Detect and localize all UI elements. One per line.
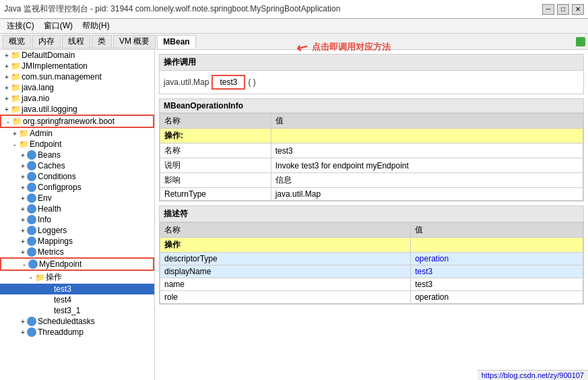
expand-icon[interactable]: +: [19, 162, 27, 170]
tree-node-java-util-logging[interactable]: + 📁 java.util.logging: [0, 104, 154, 115]
node-label: JMImplementation: [22, 61, 88, 71]
content-panel: 操作调用 java.util.Map test3 ( ) MBeanOperat…: [155, 50, 588, 380]
tab-threads[interactable]: 线程: [62, 35, 90, 49]
folder-icon: 📁: [11, 83, 20, 92]
bean-icon: [27, 226, 36, 235]
tree-node-test3-1[interactable]: test3_1: [0, 305, 154, 316]
expand-icon: [35, 296, 43, 304]
expand-icon[interactable]: -: [27, 274, 35, 282]
tree-node-conditions[interactable]: + Conditions: [0, 171, 154, 182]
tree-node-test3[interactable]: test3: [0, 284, 154, 294]
expand-icon[interactable]: +: [19, 205, 27, 213]
status-dot: [576, 37, 585, 46]
desc-row-name: name test3: [160, 278, 583, 291]
maximize-button[interactable]: □: [557, 4, 569, 15]
close-button[interactable]: ✕: [572, 4, 584, 15]
expand-icon[interactable]: -: [11, 140, 19, 148]
tab-memory[interactable]: 内存: [32, 35, 61, 49]
tree-node-mappings[interactable]: + Mappings: [0, 236, 154, 247]
window-controls: ─ □ ✕: [542, 4, 584, 15]
folder-icon: 📁: [19, 129, 28, 138]
row-name: descriptorType: [160, 253, 411, 265]
connection-indicator: [576, 37, 585, 46]
tree-node-myendpoint[interactable]: - MyEndpoint: [0, 257, 154, 271]
tree-node-health[interactable]: + Health: [0, 203, 154, 214]
col-name-header: 名称: [160, 114, 271, 129]
node-label: Scheduledtasks: [38, 317, 95, 326]
expand-icon[interactable]: +: [19, 194, 27, 202]
expand-icon[interactable]: +: [19, 151, 27, 159]
expand-icon[interactable]: +: [19, 183, 27, 191]
minimize-button[interactable]: ─: [542, 4, 554, 15]
tree-node-com-sun[interactable]: + 📁 com.sun.management: [0, 71, 154, 82]
tree-node-caches[interactable]: + Caches: [0, 160, 154, 171]
tab-vm-summary[interactable]: VM 概要: [113, 35, 156, 49]
tree-node-operation[interactable]: - 📁 操作: [0, 271, 154, 284]
expand-icon[interactable]: +: [19, 328, 27, 336]
expand-icon[interactable]: +: [19, 248, 27, 256]
tree-node-jmi[interactable]: + 📁 JMImplementation: [0, 61, 154, 71]
node-label: test3: [54, 284, 71, 294]
row-value: Invoke test3 for endpoint myEndpoint: [271, 158, 583, 173]
expand-icon[interactable]: +: [3, 51, 11, 59]
tree-node-metrics[interactable]: + Metrics: [0, 247, 154, 257]
expand-icon[interactable]: +: [3, 84, 11, 92]
expand-icon[interactable]: +: [19, 317, 27, 325]
tree-node-admin[interactable]: + 📁 Admin: [0, 128, 154, 139]
desc-row-operation: 操作: [160, 238, 583, 253]
col-value-header: 值: [271, 114, 583, 129]
test3-invoke-button[interactable]: test3: [211, 75, 245, 90]
tree-node-beans[interactable]: + Beans: [0, 150, 154, 160]
expand-icon[interactable]: +: [11, 129, 19, 137]
bean-icon: [27, 150, 36, 160]
tab-mbean[interactable]: MBean: [157, 35, 195, 49]
expand-icon[interactable]: +: [3, 73, 11, 81]
desc-row-descriptortype: descriptorType operation: [160, 253, 583, 265]
tab-overview[interactable]: 概览: [3, 35, 31, 49]
menu-connect[interactable]: 连接(C): [3, 19, 38, 33]
expand-icon[interactable]: +: [19, 237, 27, 245]
node-label: test4: [54, 295, 71, 305]
mbean-row-returntype: ReturnType java.util.Map: [160, 188, 583, 201]
expand-icon[interactable]: +: [3, 105, 11, 113]
expand-icon[interactable]: +: [3, 62, 11, 70]
leaf-icon: [43, 306, 53, 315]
row-name: 操作:: [160, 129, 271, 144]
tree-node-java-lang[interactable]: + 📁 java.lang: [0, 82, 154, 93]
tree-node-test4[interactable]: test4: [0, 294, 154, 305]
tree-node-threaddump[interactable]: + Threaddump: [0, 327, 154, 338]
bean-icon: [27, 236, 36, 246]
row-value: 信息: [271, 173, 583, 188]
node-label: 操作: [46, 272, 62, 283]
folder-icon: 📁: [11, 61, 20, 71]
expand-icon[interactable]: -: [4, 117, 12, 125]
menu-window[interactable]: 窗口(W): [40, 19, 77, 33]
tree-node-configprops[interactable]: + Configprops: [0, 182, 154, 193]
expand-icon[interactable]: +: [19, 172, 27, 181]
row-name: displayName: [160, 265, 411, 278]
folder-icon: 📁: [11, 51, 20, 60]
tree-node-org-springframework-boot[interactable]: - 📁 org.springframework.boot: [0, 115, 154, 128]
tree-node-scheduledtasks[interactable]: + Scheduledtasks: [0, 316, 154, 327]
menu-help[interactable]: 帮助(H): [78, 19, 114, 33]
expand-icon[interactable]: -: [20, 260, 28, 268]
tree-node-java-nio[interactable]: + 📁 java.nio: [0, 93, 154, 104]
tree-node-loggers[interactable]: + Loggers: [0, 225, 154, 236]
tree-node-info[interactable]: + Info: [0, 214, 154, 225]
row-value: test3: [411, 278, 583, 291]
tab-bar: 概览 内存 线程 类 VM 概要 MBean: [0, 34, 588, 50]
tree-node-env[interactable]: + Env: [0, 193, 154, 203]
node-label: Caches: [38, 161, 65, 170]
expand-icon[interactable]: +: [3, 94, 11, 102]
tree-node-endpoint[interactable]: - 📁 Endpoint: [0, 139, 154, 150]
col-name-header: 名称: [160, 223, 411, 238]
mbean-row-name: 名称 test3: [160, 144, 583, 158]
descriptor-section: 描述符 名称 值 操作 descriptor: [159, 205, 584, 305]
bean-icon: [27, 193, 36, 203]
expand-icon[interactable]: +: [19, 216, 27, 224]
tab-classes[interactable]: 类: [92, 35, 112, 49]
row-name: name: [160, 278, 411, 291]
expand-icon[interactable]: +: [19, 226, 27, 234]
tree-node-default-domain[interactable]: + 📁 DefaultDomain: [0, 50, 154, 61]
descriptor-table: 名称 值 操作 descriptorType operation: [160, 222, 583, 304]
